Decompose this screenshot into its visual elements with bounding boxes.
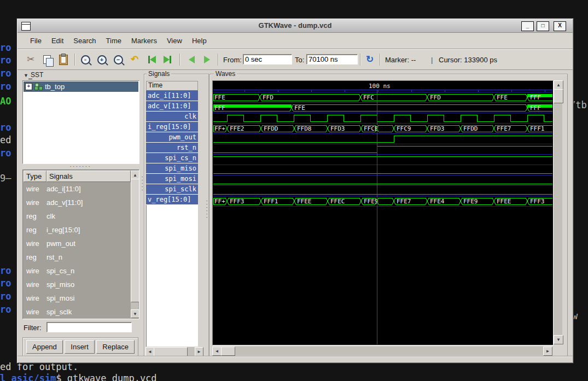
append-button[interactable]: Append bbox=[26, 340, 63, 354]
title-bar[interactable]: GTKWave - dump.vcd _ □ X bbox=[18, 19, 573, 33]
fetch-start-icon[interactable] bbox=[145, 53, 159, 66]
reload-icon[interactable]: ↻ bbox=[363, 53, 376, 66]
table-row[interactable]: wire spi_sclk bbox=[24, 305, 131, 318]
time-column-header[interactable]: Time bbox=[146, 81, 198, 91]
insert-button[interactable]: Insert bbox=[65, 340, 95, 354]
signal-name-row[interactable]: spi_miso bbox=[146, 163, 198, 174]
zoom-in-icon[interactable]: + bbox=[95, 53, 108, 66]
table-row[interactable]: reg i_reg[15:0] bbox=[24, 223, 131, 237]
signal-name-row[interactable]: clk bbox=[146, 112, 198, 122]
signal-name-row[interactable]: adc_v[11:0] bbox=[146, 101, 198, 112]
replace-button[interactable]: Replace bbox=[96, 340, 135, 354]
svg-text:FFD8: FFD8 bbox=[297, 125, 312, 132]
table-row[interactable]: wire spi_miso bbox=[24, 278, 131, 291]
terminal-text: ro bbox=[0, 265, 11, 276]
zoom-out-icon[interactable]: − bbox=[112, 53, 125, 66]
signal-type-list[interactable]: Type Signals wire adc_i[11:0] wire adc_v… bbox=[22, 169, 139, 319]
signals-frame-label: Signals bbox=[147, 70, 171, 78]
filter-input[interactable] bbox=[46, 322, 132, 332]
waves-frame-label: Waves bbox=[214, 70, 237, 78]
signal-name-row[interactable]: i_reg[15:0] bbox=[146, 122, 198, 132]
table-row[interactable]: wire adc_i[11:0] bbox=[24, 182, 131, 196]
shift-right-icon[interactable] bbox=[200, 53, 213, 66]
marker-cursor-divider: | bbox=[431, 56, 433, 64]
scroll-left-icon[interactable]: ◄ bbox=[145, 347, 154, 356]
status-strip bbox=[18, 356, 573, 363]
scrollbar-thumb[interactable] bbox=[221, 347, 235, 356]
cut-icon[interactable]: ✂ bbox=[24, 53, 37, 66]
signal-type-rows: wire adc_i[11:0] wire adc_v[11:0] reg cl… bbox=[24, 182, 131, 318]
signal-name-row[interactable]: adc_i[11:0] bbox=[146, 91, 198, 101]
list-header: Type Signals bbox=[24, 171, 131, 182]
from-input[interactable] bbox=[243, 54, 292, 65]
column-header-signals[interactable]: Signals bbox=[46, 171, 131, 182]
menu-item[interactable]: Markers bbox=[126, 34, 162, 47]
scroll-up-icon[interactable]: ▲ bbox=[554, 80, 563, 90]
scroll-left-icon[interactable]: ◄ bbox=[212, 347, 222, 356]
svg-text:FFEE: FFEE bbox=[297, 198, 312, 205]
signals-hscrollbar[interactable]: ◄ ► bbox=[145, 347, 203, 356]
table-row[interactable]: reg rst_n bbox=[24, 250, 131, 264]
maximize-button[interactable]: □ bbox=[537, 21, 549, 31]
tree-row-tb-top[interactable]: + tb_top bbox=[24, 81, 138, 92]
signal-name-row[interactable]: spi_sclk bbox=[146, 184, 198, 195]
menu-item[interactable]: Help bbox=[187, 34, 212, 47]
toolbar-separator bbox=[74, 54, 75, 66]
close-button[interactable]: X bbox=[554, 21, 566, 31]
scroll-up-icon[interactable]: ▲ bbox=[131, 171, 139, 179]
wave-canvas[interactable]: 100 nsFFEFFDFFCFFDFFEFFFFFFFFEFFFFF+FFE2… bbox=[213, 81, 552, 344]
sst-header[interactable]: ▼SST bbox=[24, 71, 43, 79]
expander-plus-icon[interactable]: + bbox=[25, 83, 32, 90]
menu-item[interactable]: View bbox=[162, 34, 187, 47]
svg-text:FFF3: FFF3 bbox=[230, 198, 244, 205]
scroll-down-icon[interactable]: ▼ bbox=[131, 309, 139, 318]
signal-name-row[interactable]: spi_mosi bbox=[146, 174, 198, 184]
terminal-text: ro bbox=[0, 81, 11, 92]
menu-item[interactable]: Search bbox=[68, 34, 101, 47]
minimize-button[interactable]: _ bbox=[521, 21, 534, 31]
signal-name: pwm_out bbox=[46, 239, 131, 248]
terminal-text: ro bbox=[0, 148, 11, 159]
signal-name-row[interactable]: rst_n bbox=[146, 143, 198, 153]
table-row[interactable]: wire pwm_out bbox=[24, 237, 131, 250]
svg-text:FFD3: FFD3 bbox=[430, 125, 445, 132]
signal-name: rst_n bbox=[46, 253, 131, 261]
scroll-down-icon[interactable]: ▼ bbox=[554, 335, 563, 344]
signal-name-row[interactable]: v_reg[15:0] bbox=[146, 195, 198, 205]
table-row[interactable]: wire adc_v[11:0] bbox=[24, 196, 131, 209]
zoom-fit-icon[interactable]: ▫ bbox=[79, 53, 92, 66]
table-row[interactable]: wire spi_mosi bbox=[24, 291, 131, 305]
scrollbar-thumb[interactable] bbox=[154, 347, 188, 356]
pane-splitter-handle[interactable]: ······· bbox=[22, 164, 138, 168]
table-row[interactable]: wire spi_cs_n bbox=[24, 264, 131, 278]
scroll-right-icon[interactable]: ► bbox=[195, 347, 203, 356]
svg-text:FFE9: FFE9 bbox=[463, 198, 478, 205]
waves-vscrollbar[interactable]: ▲ ▼ bbox=[554, 80, 562, 344]
pane-splitter-handle[interactable]: ······ bbox=[205, 199, 209, 219]
scrollbar-thumb[interactable] bbox=[554, 89, 563, 103]
column-header-type[interactable]: Type bbox=[24, 171, 46, 182]
menu-item[interactable]: Edit bbox=[46, 34, 68, 47]
shift-left-icon[interactable] bbox=[185, 53, 198, 66]
fetch-end-icon[interactable] bbox=[161, 53, 174, 66]
sst-buttons: Append Insert Replace bbox=[22, 337, 138, 356]
signal-name-row[interactable]: pwm_out bbox=[146, 132, 198, 143]
sst-tree[interactable]: + tb_top bbox=[22, 80, 139, 164]
paste-icon[interactable] bbox=[57, 53, 70, 66]
list-scrollbar[interactable]: ▲ ▼ bbox=[131, 171, 138, 318]
zoom-undo-icon[interactable]: ↶ bbox=[128, 53, 141, 66]
svg-text:FF+: FF+ bbox=[214, 198, 225, 205]
signal-name: clk bbox=[46, 212, 131, 220]
scroll-right-icon[interactable]: ► bbox=[543, 347, 552, 356]
waves-hscrollbar[interactable]: ◄ ► bbox=[212, 347, 552, 355]
signal-name-row[interactable]: spi_cs_n bbox=[146, 153, 198, 163]
menu-item[interactable]: File bbox=[25, 34, 46, 47]
table-row[interactable]: reg clk bbox=[24, 209, 131, 223]
svg-text:FFE: FFE bbox=[497, 94, 508, 101]
signal-type: wire bbox=[24, 294, 46, 302]
copy-icon[interactable] bbox=[40, 53, 54, 66]
to-input[interactable] bbox=[306, 54, 358, 65]
terminal-prompt: l asic/sim$ gtkwave dump.vcd bbox=[0, 373, 157, 381]
scrollbar-thumb[interactable] bbox=[131, 179, 139, 302]
menu-item[interactable]: Time bbox=[101, 34, 126, 47]
